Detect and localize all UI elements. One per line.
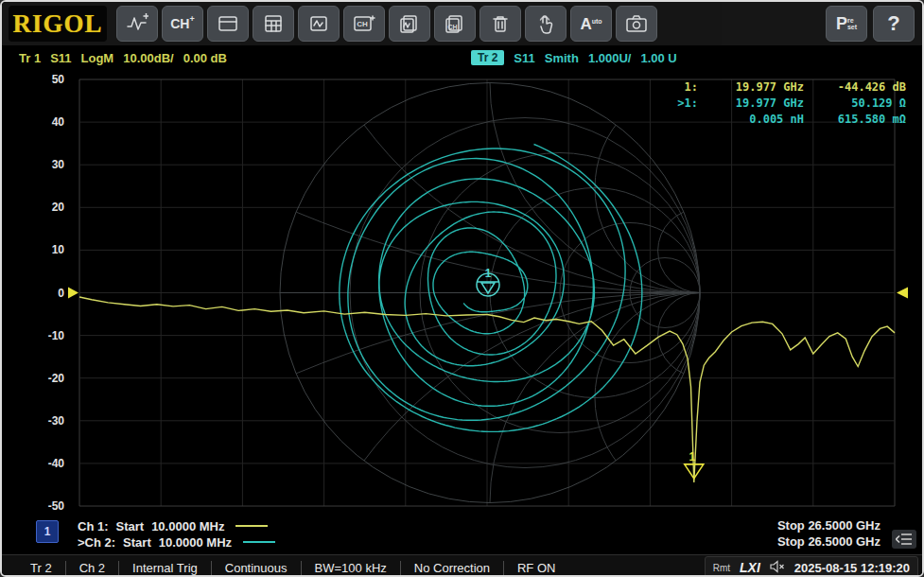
channel1-start[interactable]: Ch 1: Start 10.0000 MHz <box>78 518 268 533</box>
datetime: 2025-08-15 12:19:20 <box>794 561 910 575</box>
marker-value: -44.426 dB <box>804 79 906 96</box>
svg-text:-30: -30 <box>48 414 65 428</box>
marker-value: 615.580 mΩ <box>804 112 906 128</box>
trace1-color-swatch <box>235 525 268 527</box>
marker-label: 1: <box>662 79 698 96</box>
speaker-muted-icon[interactable] <box>770 560 785 576</box>
channel1-stop-value: 26.5000 GHz <box>808 518 880 533</box>
marker-readout-row: 0.005 nH 615.580 mΩ <box>662 112 908 128</box>
channel2-stop[interactable]: Stop 26.5000 GHz <box>777 534 880 550</box>
channel1-start-param: Start <box>116 519 145 533</box>
marker-stimulus: 19.977 GHz <box>698 79 804 96</box>
marker-value: 50.129 Ω <box>804 96 906 112</box>
svg-text:10: 10 <box>52 243 65 256</box>
svg-text:40: 40 <box>52 115 65 129</box>
status-segment-bw-100-khz[interactable]: BW=100 kHz <box>302 561 401 575</box>
ref-level-indicator-right[interactable] <box>897 288 908 299</box>
marker-readout-row: >1: 19.977 GHz 50.129 Ω <box>662 96 908 112</box>
svg-text:0: 0 <box>58 287 64 300</box>
marker-readout-row: 1: 19.977 GHz -44.426 dB <box>662 79 908 96</box>
svg-text:-40: -40 <box>48 457 65 470</box>
channel2-stop-param: Stop <box>777 534 805 549</box>
status-segment-no-correction[interactable]: No Correction <box>401 561 504 575</box>
status-segment-continuous[interactable]: Continuous <box>212 561 302 575</box>
status-segment-tr-2[interactable]: Tr 2 <box>17 561 66 575</box>
status-segments: Tr 2Ch 2Internal TrigContinuousBW=100 kH… <box>17 561 568 575</box>
trace2-color-swatch <box>243 541 275 543</box>
channel2-start-value: 10.0000 MHz <box>159 535 232 550</box>
channel2-label: >Ch 2: <box>78 535 115 550</box>
channel-info: 1 Ch 1: Start 10.0000 MHz >Ch 2: Start 1… <box>2 516 922 552</box>
y-axis-labels: 50403020100-10-20-30-40-50 <box>48 73 65 513</box>
svg-text:20: 20 <box>52 201 65 214</box>
channel1-start-value: 10.0000 MHz <box>151 519 224 533</box>
menu-collapse-icon[interactable] <box>892 530 916 549</box>
remote-indicator: Rmt <box>713 563 730 573</box>
svg-text:-50: -50 <box>48 499 65 513</box>
status-segment-rf-on[interactable]: RF ON <box>504 561 568 575</box>
channel1-stop[interactable]: Stop 26.5000 GHz <box>777 518 880 533</box>
marker1-trace2[interactable]: 1 <box>477 267 499 296</box>
marker-readout: 1: 19.977 GHz -44.426 dB >1: 19.977 GHz … <box>662 79 908 128</box>
marker-label: >1: <box>662 96 698 112</box>
svg-text:1: 1 <box>689 450 695 463</box>
svg-text:30: 30 <box>52 158 65 171</box>
channel2-start[interactable]: >Ch 2: Start 10.0000 MHz <box>78 534 275 550</box>
status-segment-ch-2[interactable]: Ch 2 <box>66 561 119 575</box>
marker-stimulus: 19.977 GHz <box>698 96 804 112</box>
status-bar: Tr 2Ch 2Internal TrigContinuousBW=100 kH… <box>2 554 922 577</box>
channel1-label: Ch 1: <box>78 519 109 533</box>
channel2-start-param: Start <box>123 535 151 550</box>
window-number-badge[interactable]: 1 <box>36 520 59 543</box>
ref-level-indicator-left[interactable] <box>68 288 78 299</box>
marker-label <box>662 112 698 128</box>
svg-text:-10: -10 <box>48 329 65 342</box>
lxi-indicator: LXI <box>740 560 760 575</box>
vna-screen: RIGOL CH+CHCHAuto Preset? Tr 1 S11 LogM … <box>0 0 924 577</box>
svg-text:1: 1 <box>485 267 492 280</box>
status-right: Rmt LXI 2025-08-15 12:19:20 <box>705 556 918 577</box>
svg-text:50: 50 <box>52 73 65 86</box>
channel2-stop-value: 26.5000 GHz <box>808 534 880 549</box>
svg-text:-20: -20 <box>48 372 65 385</box>
marker-stimulus: 0.005 nH <box>698 112 804 128</box>
channel1-stop-param: Stop <box>777 518 805 533</box>
status-segment-internal-trig[interactable]: Internal Trig <box>119 561 212 575</box>
